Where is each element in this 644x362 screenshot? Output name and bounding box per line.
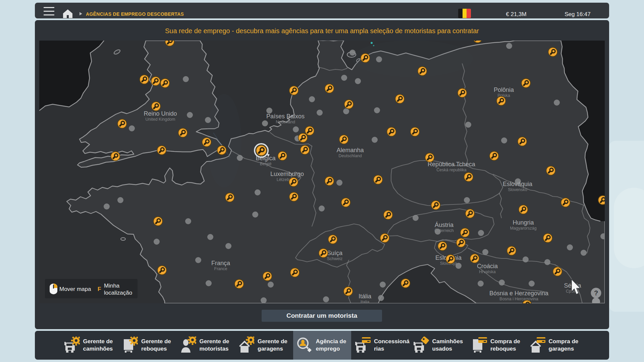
svg-text:Bosna i Hercegovina: Bosna i Hercegovina xyxy=(499,297,538,301)
svg-text:France: France xyxy=(214,266,227,271)
svg-text:Česká republika: Česká republika xyxy=(436,167,467,172)
svg-text:Países Baixos: Países Baixos xyxy=(266,113,305,120)
svg-text:United Kingdom: United Kingdom xyxy=(146,117,175,122)
svg-text:Nederland: Nederland xyxy=(276,120,295,124)
svg-text:Luxemburgo: Luxemburgo xyxy=(270,171,304,177)
svg-text:França: França xyxy=(211,260,230,266)
svg-text:Alemanha: Alemanha xyxy=(336,147,364,154)
svg-text:Eslováquia: Eslováquia xyxy=(503,181,533,187)
svg-text:Polônia: Polônia xyxy=(494,86,514,93)
svg-text:Reino Unido: Reino Unido xyxy=(144,110,177,117)
svg-text:België: België xyxy=(260,162,272,166)
svg-text:Bósnia e Herzegovina: Bósnia e Herzegovina xyxy=(489,290,549,297)
svg-text:Slovensko: Slovensko xyxy=(508,187,527,192)
svg-text:Suíça: Suíça xyxy=(327,250,343,256)
svg-text:?: ? xyxy=(594,289,598,297)
svg-text:Schweiz: Schweiz xyxy=(327,256,343,261)
svg-text:Itália: Itália xyxy=(359,293,372,300)
svg-text:Croácia: Croácia xyxy=(477,263,498,269)
svg-text:Italia: Italia xyxy=(361,300,369,303)
svg-text:Hrvatska: Hrvatska xyxy=(479,269,495,274)
svg-text:Hungria: Hungria xyxy=(513,219,534,226)
svg-text:Deutschland: Deutschland xyxy=(338,154,362,158)
svg-text:Österreich: Österreich xyxy=(434,228,454,233)
svg-text:República Tcheca: República Tcheca xyxy=(428,161,476,168)
svg-text:Magyarország: Magyarország xyxy=(510,226,536,231)
svg-text:Áustria: Áustria xyxy=(435,222,454,228)
